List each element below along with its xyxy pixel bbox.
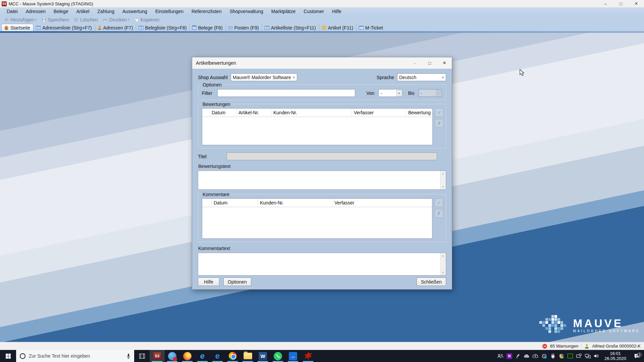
tray-pen-icon[interactable]: [514, 352, 522, 360]
taskbar-app-ie[interactable]: e: [195, 350, 210, 362]
taskbar-app-teamviewer[interactable]: ↔: [285, 350, 301, 362]
tab-artikelliste[interactable]: Artikelliste (Strg+F11): [262, 24, 319, 31]
scrollbar[interactable]: ∧ ∨: [440, 253, 446, 275]
microphone-icon[interactable]: [126, 353, 130, 359]
tab-startseite[interactable]: Startseite: [1, 24, 34, 31]
tab-belege[interactable]: Belege (F8): [190, 24, 226, 31]
tray-console-icon[interactable]: [566, 352, 575, 360]
tab-artikel[interactable]: Artikel (F11): [319, 24, 357, 31]
col-kunden-nr[interactable]: Kunden-Nr.: [258, 199, 332, 207]
tray-network-icon[interactable]: [584, 352, 592, 360]
close-button[interactable]: ×: [629, 0, 644, 7]
home-icon: [4, 25, 9, 30]
menu-adressen[interactable]: Adressen: [22, 7, 50, 15]
comments-table[interactable]: Datum Kunden-Nr. Verfasser: [202, 198, 432, 239]
tray-volume-icon[interactable]: [592, 352, 601, 360]
close-dialog-button[interactable]: Schließen: [417, 278, 446, 286]
comment-approve-button[interactable]: ✓: [435, 198, 443, 207]
taskbar-app-word[interactable]: W: [255, 350, 270, 362]
tray-people-icon[interactable]: [496, 352, 505, 360]
col-artikel-nr[interactable]: Artikel-Nr.: [236, 109, 271, 117]
start-button[interactable]: [0, 350, 16, 362]
col-verfasser[interactable]: Verfasser: [352, 109, 406, 117]
chevron-down-icon: ∨: [441, 75, 445, 79]
rating-delete-button[interactable]: ✗: [435, 119, 443, 127]
taskbar-app-whatsapp[interactable]: [270, 350, 285, 362]
menu-hilfe[interactable]: Hilfe: [328, 7, 345, 15]
tray-lock-screen-icon[interactable]: [575, 352, 583, 360]
delete-button[interactable]: Löschen: [72, 17, 100, 22]
menu-auswertung[interactable]: Auswertung: [118, 7, 151, 15]
menu-customer[interactable]: Customer: [300, 7, 328, 15]
dialog-minimize-button[interactable]: –: [408, 57, 422, 69]
print-button[interactable]: Drucken ▾: [101, 17, 131, 22]
col-datum[interactable]: Datum: [210, 109, 236, 117]
col-bewertung[interactable]: Bewertung: [406, 109, 432, 117]
col-verfasser[interactable]: Verfasser: [332, 199, 432, 207]
comment-text-area[interactable]: ∧ ∨: [198, 253, 446, 276]
taskbar-search[interactable]: Zur Suche Text hier eingeben: [16, 350, 134, 362]
warnings-count[interactable]: 65 Warnungen: [550, 344, 579, 349]
check-icon: ✓: [437, 200, 441, 206]
maximize-button[interactable]: □: [613, 0, 629, 7]
tab-posten[interactable]: Posten (F9): [226, 24, 262, 31]
action-center-button[interactable]: 1: [630, 354, 644, 359]
tray-onedrive-icon[interactable]: [523, 352, 531, 360]
tab-mticket[interactable]: M-Ticket: [357, 24, 386, 31]
taskbar-app-firefox[interactable]: [180, 350, 195, 362]
scroll-up-icon[interactable]: ∧: [442, 254, 444, 258]
tray-clock-icon[interactable]: [540, 352, 548, 360]
menu-belege[interactable]: Belege: [50, 7, 72, 15]
taskbar-clock[interactable]: 16:01 26.05.2020: [601, 351, 630, 361]
tray-defender-icon[interactable]: [557, 352, 566, 360]
separator: [581, 344, 582, 349]
ratings-table[interactable]: Datum Artikel-Nr. Kunden-Nr. Verfasser B…: [202, 108, 433, 145]
dialog-maximize-button[interactable]: □: [422, 57, 437, 69]
scroll-up-icon[interactable]: ∧: [442, 172, 444, 176]
edge-icon: e: [215, 352, 220, 360]
von-select[interactable]: - ∨: [378, 89, 402, 97]
task-view-button[interactable]: [134, 350, 150, 362]
taskbar-app-mauve[interactable]: [165, 350, 180, 362]
taskbar-app-mcc[interactable]: S3: [150, 350, 165, 362]
menu-artikel[interactable]: Artikel: [72, 7, 93, 15]
taskbar-app-explorer[interactable]: [240, 350, 255, 362]
menu-marktplaetze[interactable]: Marktplätze: [267, 7, 300, 15]
tab-belegliste[interactable]: Belegliste (Strg+F8): [136, 24, 190, 31]
taskbar-app-red[interactable]: [301, 350, 316, 362]
comment-delete-button[interactable]: ✗: [435, 209, 443, 218]
scrollbar[interactable]: ∧ ∨: [440, 171, 446, 189]
col-datum[interactable]: Datum: [212, 199, 258, 207]
menu-zahlung[interactable]: Zahlung: [93, 7, 118, 15]
menu-einstellungen[interactable]: Einstellungen: [151, 7, 187, 15]
copy-button[interactable]: Kopieren: [132, 17, 161, 22]
titel-input: [227, 153, 437, 160]
taskbar-app-edge[interactable]: e: [210, 350, 225, 362]
filter-input[interactable]: [217, 89, 355, 97]
language-select[interactable]: Deutsch ∨: [397, 73, 446, 81]
add-button[interactable]: Hinzufügen ▾: [2, 17, 39, 22]
rating-approve-button[interactable]: ✓: [435, 108, 443, 117]
menu-shopverwaltung[interactable]: Shopverwaltung: [225, 7, 267, 15]
help-button[interactable]: Hilfe: [198, 278, 219, 286]
rating-text-area[interactable]: ∧ ∨: [198, 171, 446, 190]
save-button[interactable]: Speichern: [40, 17, 71, 22]
menu-referenzlisten[interactable]: Referenzlisten: [187, 7, 226, 15]
tab-adressenliste[interactable]: Adressenliste (Strg+F7): [34, 24, 95, 31]
tab-adressen[interactable]: Adressen (F7): [95, 24, 137, 31]
taskbar-app-chrome[interactable]: [225, 350, 240, 362]
logged-in-user[interactable]: Alfried Große 0000002-K: [592, 344, 641, 349]
tray-usb-icon[interactable]: [549, 352, 557, 360]
tray-notes-icon[interactable]: N: [505, 352, 514, 360]
menu-datei[interactable]: Datei: [3, 7, 22, 15]
window-title: MCC - Mauve System3 Staging (STAGING): [9, 1, 93, 6]
minimize-button[interactable]: –: [598, 0, 613, 7]
scroll-down-icon[interactable]: ∨: [442, 185, 444, 188]
dialog-close-button[interactable]: ×: [437, 57, 452, 69]
col-kunden-nr[interactable]: Kunden-Nr.: [271, 109, 352, 117]
tray-cloud-upload-icon[interactable]: [531, 352, 540, 360]
options-button[interactable]: Optionen: [223, 278, 251, 286]
tabbar: Startseite Adressenliste (Strg+F7) Adres…: [0, 24, 644, 31]
shop-select[interactable]: Mauve® Mailorder Software - Softwa ∨: [231, 73, 297, 81]
scroll-down-icon[interactable]: ∨: [442, 270, 444, 274]
